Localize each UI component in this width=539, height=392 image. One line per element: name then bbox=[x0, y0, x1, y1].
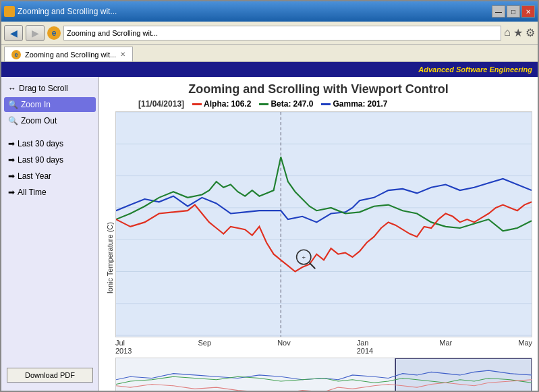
svg-rect-0 bbox=[116, 112, 532, 337]
arrow-icon: ➡ bbox=[8, 139, 15, 148]
alpha-legend: Alpha: 106.2 bbox=[192, 99, 251, 109]
window-icon bbox=[4, 6, 15, 17]
arrow-icon: ➡ bbox=[8, 188, 15, 197]
alpha-color-swatch bbox=[192, 103, 202, 105]
beta-color-swatch bbox=[259, 103, 268, 105]
last-year-button[interactable]: ➡ Last Year bbox=[4, 169, 96, 184]
svg-text:+: + bbox=[302, 254, 306, 261]
mini-chart[interactable]: 2010 2011 2012 2013 2014 bbox=[115, 358, 532, 391]
last-30-days-button[interactable]: ➡ Last 30 days bbox=[4, 136, 96, 151]
title-bar: Zooming and Scrolling wit... — □ ✕ bbox=[1, 1, 538, 22]
gamma-legend: Gamma: 201.7 bbox=[321, 99, 387, 109]
window-title: Zooming and Scrolling wit... bbox=[18, 7, 117, 16]
active-tab[interactable]: e Zooming and Scrolling wit... ✕ bbox=[4, 47, 133, 61]
forward-button[interactable]: ▶ bbox=[26, 25, 45, 41]
back-button[interactable]: ◀ bbox=[4, 25, 23, 41]
arrow-icon: ➡ bbox=[8, 171, 15, 181]
zoom-out-button[interactable]: 🔍 Zoom Out bbox=[4, 113, 96, 128]
content-area: ↔ Drag to Scroll 🔍 Zoom In 🔍 Zoom Out ➡ … bbox=[1, 77, 538, 391]
zoom-in-icon: 🔍 bbox=[8, 100, 18, 109]
zoom-out-icon: 🔍 bbox=[8, 116, 18, 125]
tab-label: Zooming and Scrolling wit... bbox=[25, 51, 116, 59]
address-input[interactable] bbox=[63, 26, 501, 40]
mini-chart-svg: 2010 2011 2012 2013 2014 bbox=[116, 358, 532, 391]
browser-window: Zooming and Scrolling wit... — □ ✕ ◀ ▶ e… bbox=[0, 0, 539, 392]
chart-legend: [11/04/2013] Alpha: 106.2 Beta: 247.0 Ga… bbox=[105, 99, 532, 109]
all-time-button[interactable]: ➡ All Time bbox=[4, 185, 96, 200]
drag-to-scroll-button[interactable]: ↔ Drag to Scroll bbox=[4, 81, 96, 96]
tab-bar: e Zooming and Scrolling wit... ✕ bbox=[1, 45, 538, 62]
tab-icon: e bbox=[11, 50, 21, 59]
tab-close-button[interactable]: ✕ bbox=[120, 51, 125, 58]
address-bar: ◀ ▶ e ⌂ ★ ⚙ bbox=[1, 22, 538, 45]
beta-legend: Beta: 247.0 bbox=[259, 99, 313, 109]
y-axis-label: Ionic Temperature (C) bbox=[105, 111, 115, 391]
drag-scroll-icon: ↔ bbox=[8, 84, 16, 93]
x-axis-labels: Jul2013 Sep Nov Jan2014 Mar May bbox=[115, 337, 532, 356]
ie-logo: e bbox=[47, 26, 61, 40]
main-chart-svg: 350 300 250 200 150 100 50 0 Jul 2013 Se… bbox=[116, 112, 532, 337]
last-90-days-button[interactable]: ➡ Last 90 days bbox=[4, 152, 96, 167]
sidebar: ↔ Drag to Scroll 🔍 Zoom In 🔍 Zoom Out ➡ … bbox=[1, 77, 99, 391]
maximize-button[interactable]: □ bbox=[507, 5, 520, 18]
main-chart[interactable]: 350 300 250 200 150 100 50 0 Jul 2013 Se… bbox=[115, 111, 532, 337]
chart-wrapper: Ionic Temperature (C) bbox=[105, 111, 532, 391]
chart-area: Zooming and Scrolling with Viewport Cont… bbox=[99, 77, 538, 391]
zoom-in-button[interactable]: 🔍 Zoom In bbox=[4, 97, 96, 112]
download-pdf-button[interactable]: Download PDF bbox=[7, 368, 93, 383]
window-controls: — □ ✕ bbox=[492, 5, 535, 18]
gear-icon[interactable]: ⚙ bbox=[526, 26, 535, 39]
gamma-color-swatch bbox=[321, 103, 331, 105]
arrow-icon: ➡ bbox=[8, 155, 15, 165]
home-icon[interactable]: ⌂ bbox=[504, 26, 511, 39]
close-button[interactable]: ✕ bbox=[521, 5, 535, 18]
minimize-button[interactable]: — bbox=[492, 5, 505, 18]
chart-title: Zooming and Scrolling with Viewport Cont… bbox=[105, 82, 532, 96]
chart-container: 350 300 250 200 150 100 50 0 Jul 2013 Se… bbox=[115, 111, 532, 391]
star-icon[interactable]: ★ bbox=[513, 26, 523, 39]
legend-date: [11/04/2013] bbox=[138, 99, 184, 109]
brand-bar: Advanced Software Engineering bbox=[1, 62, 538, 77]
brand-text: Advanced Software Engineering bbox=[418, 65, 532, 74]
